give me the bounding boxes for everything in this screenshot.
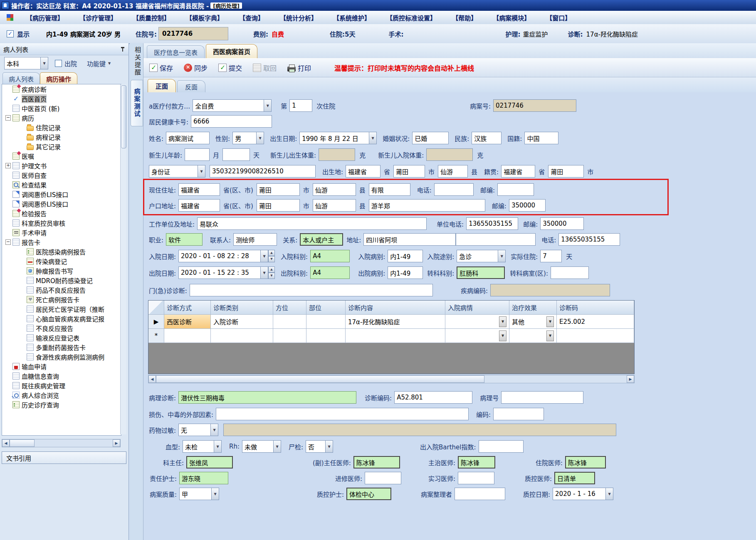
- scroll-left-icon[interactable]: ◀: [148, 375, 156, 383]
- pin-icon[interactable]: [120, 47, 125, 52]
- registered-zip-field[interactable]: 350000: [509, 199, 546, 212]
- ethnic-field[interactable]: 汉族: [472, 132, 502, 144]
- registered-county-field[interactable]: 仙游: [313, 199, 356, 212]
- grid-cell[interactable]: 其他▼: [509, 315, 557, 329]
- tree-item[interactable]: 不良反应报告: [2, 323, 121, 333]
- chevron-down-icon[interactable]: ▼: [546, 316, 554, 327]
- grid-cell[interactable]: [306, 329, 346, 343]
- birth-date-select[interactable]: 1990 年 8 月 22 日 ▼: [299, 132, 377, 144]
- contact-phone-field[interactable]: 13655035155: [558, 233, 620, 246]
- save-button[interactable]: 保存: [149, 63, 173, 73]
- menu-item[interactable]: 【查询】: [239, 13, 264, 22]
- grid-cell[interactable]: ▼: [509, 329, 557, 343]
- chevron-down-icon[interactable]: ▼: [198, 165, 205, 178]
- newborn-age-day-field[interactable]: [222, 148, 250, 161]
- admission-route-select[interactable]: 急诊 ▼: [457, 250, 506, 262]
- scroll-right-icon[interactable]: ▶: [627, 375, 634, 383]
- tree-item[interactable]: 既往疾病史管理: [2, 381, 121, 390]
- admission-date-select[interactable]: 2020 - 01 - 08 22 : 28 ▼: [178, 250, 268, 262]
- current-city-field[interactable]: 莆田: [257, 183, 300, 196]
- chevron-down-icon[interactable]: ▼: [264, 99, 272, 112]
- id-type-select[interactable]: 身份证 ▼: [149, 165, 205, 178]
- discharge-date-select[interactable]: 2020 - 01 - 15 22 : 35 ▼: [178, 266, 268, 279]
- chevron-down-icon[interactable]: ▼: [499, 316, 506, 327]
- menu-item[interactable]: 【病历管理】: [26, 13, 64, 22]
- work-phone-field[interactable]: 13655035155: [466, 217, 518, 230]
- submit-button[interactable]: 提交: [218, 63, 242, 73]
- barthel-field[interactable]: [479, 440, 524, 453]
- chevron-down-icon[interactable]: ▼: [261, 250, 268, 262]
- grid-cell[interactable]: E25.002: [557, 315, 634, 329]
- chevron-down-icon[interactable]: ▼: [369, 132, 377, 144]
- print-button[interactable]: 打印: [287, 63, 311, 73]
- er-diagnosis-field[interactable]: [190, 284, 433, 296]
- health-card-field[interactable]: 6666: [191, 115, 272, 128]
- grid-cell[interactable]: 西医诊断: [164, 315, 211, 329]
- grid-cell[interactable]: [273, 315, 306, 329]
- registered-detail-field[interactable]: 游羊郑: [369, 199, 485, 212]
- tree-item[interactable]: 血糖信息查询: [2, 371, 121, 381]
- current-province-field[interactable]: 福建省: [178, 183, 220, 196]
- discharge-ward-field[interactable]: 内1-49: [388, 266, 423, 279]
- grid-cell[interactable]: 入院诊断: [211, 315, 273, 329]
- tab-western-record-front-page[interactable]: 西医病案首页: [206, 44, 257, 58]
- menu-item[interactable]: 【质控标准设置】: [386, 13, 436, 22]
- sex-select[interactable]: 男 ▼: [232, 132, 264, 144]
- discharge-date-spinner[interactable]: ▲▼: [268, 266, 275, 279]
- chevron-down-icon[interactable]: ▼: [499, 330, 506, 341]
- chevron-down-icon[interactable]: ▼: [546, 330, 554, 341]
- tab-medical-info-overview[interactable]: 医疗信息一览表: [147, 45, 205, 58]
- grid-cell[interactable]: ▼: [445, 315, 509, 329]
- deputy-chief-field[interactable]: 陈冰锋: [353, 456, 400, 468]
- chevron-down-icon[interactable]: ▼: [326, 440, 333, 453]
- diagnosis-code-field[interactable]: A52.801: [394, 391, 472, 404]
- tree-item[interactable]: 输血申请: [2, 362, 121, 371]
- rh-select[interactable]: 未做 ▼: [242, 440, 281, 453]
- transfer-ward-field[interactable]: [551, 266, 589, 279]
- tab-patient-list[interactable]: 病人列表: [2, 72, 40, 84]
- pathology-no-field[interactable]: [501, 391, 583, 404]
- admission-ward-field[interactable]: 内1-49: [388, 250, 423, 262]
- transfer-dept-field[interactable]: 肛肠科: [457, 266, 505, 279]
- qc-doctor-field[interactable]: 日清单: [554, 472, 595, 484]
- menu-item[interactable]: 【窗口】: [546, 13, 571, 22]
- id-number-field[interactable]: 350322199008226510: [210, 165, 316, 178]
- menu-item[interactable]: 【质量控制】: [133, 13, 170, 22]
- chevron-down-icon[interactable]: ▼: [274, 440, 281, 453]
- pathology-diagnosis-field[interactable]: 潜伏性三期梅毒: [178, 391, 356, 404]
- newborn-age-month-field[interactable]: [185, 148, 210, 161]
- tree-item[interactable]: 多重耐药菌报告卡: [2, 343, 121, 352]
- menu-item[interactable]: 【病案模块】: [493, 13, 530, 22]
- chevron-down-icon[interactable]: ▼: [214, 440, 222, 453]
- tree-item[interactable]: 疾病诊断: [2, 84, 121, 94]
- sync-button[interactable]: 同步: [184, 63, 208, 73]
- contact-address-field[interactable]: 四川省阿坝: [363, 233, 456, 246]
- name-field[interactable]: 病案测试: [166, 132, 210, 144]
- funckey-button[interactable]: 功能键: [87, 59, 106, 68]
- retrieve-button[interactable]: 取回: [253, 63, 277, 73]
- display-checkbox[interactable]: ✓: [7, 30, 14, 37]
- tab-front-side[interactable]: 正面: [148, 79, 176, 92]
- contact-field[interactable]: 测绘师: [233, 233, 277, 246]
- dept-filter-select[interactable]: 本科 ▼: [4, 57, 48, 69]
- attending-field[interactable]: 陈冰锋: [458, 456, 495, 468]
- grid-cell[interactable]: [273, 329, 306, 343]
- current-zip-field[interactable]: [497, 183, 534, 196]
- chevron-down-icon[interactable]: ▼: [212, 488, 219, 500]
- menu-item[interactable]: 【系统维护】: [333, 13, 371, 22]
- menu-item[interactable]: 【模板字典】: [186, 13, 223, 22]
- chevron-down-icon[interactable]: ▼: [261, 266, 268, 279]
- birthplace-city-field[interactable]: 莆田: [393, 165, 425, 178]
- registered-city-field[interactable]: 莆田: [257, 199, 300, 212]
- grid-cell[interactable]: [306, 315, 346, 329]
- marital-field[interactable]: 已婚: [412, 132, 449, 144]
- grid-cell[interactable]: [557, 329, 634, 343]
- grid-cell[interactable]: [211, 329, 273, 343]
- contact-address-extra-field[interactable]: [456, 233, 536, 246]
- tree-item[interactable]: 心脑血管疾病发病登记报: [2, 314, 121, 323]
- menu-item[interactable]: 【统计分析】: [280, 13, 317, 22]
- blood-type-select[interactable]: 未检 ▼: [183, 440, 222, 453]
- current-phone-field[interactable]: [434, 183, 474, 196]
- actual-stay-field[interactable]: 7: [540, 250, 562, 262]
- record-organizer-field[interactable]: [455, 488, 505, 500]
